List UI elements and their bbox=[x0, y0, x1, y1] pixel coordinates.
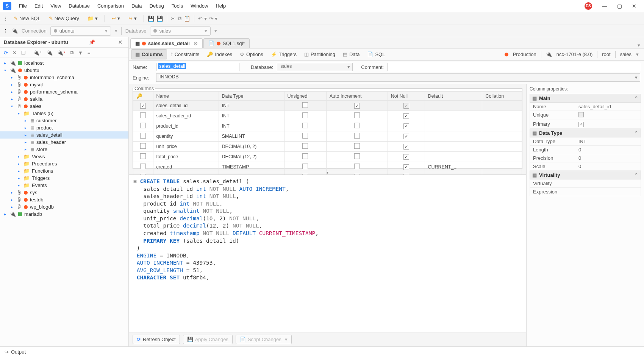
tree-node[interactable]: ▸▦sales_header bbox=[0, 139, 128, 146]
sql-preview[interactable]: ⊟ CREATE TABLE sales.sales_detail ( sale… bbox=[129, 175, 526, 332]
save-all-icon[interactable]: 💾 bbox=[156, 16, 163, 22]
col-header[interactable]: Default bbox=[425, 92, 482, 101]
menu-comparison[interactable]: Comparison bbox=[94, 2, 128, 10]
column-row[interactable]: unit_priceDECIMAL(10, 2)✓ bbox=[133, 142, 522, 152]
delete-icon[interactable]: ✕ bbox=[13, 50, 17, 56]
tree-node[interactable]: ▸🛢wp_blogdb bbox=[0, 203, 128, 210]
save-icon[interactable]: 💾 bbox=[148, 16, 154, 22]
menu-file[interactable]: File bbox=[15, 2, 31, 10]
refresh-icon[interactable]: ⟳ bbox=[4, 50, 8, 56]
new-query-button[interactable]: ✎New Query bbox=[46, 14, 82, 23]
tablist-menu[interactable]: ▾ bbox=[634, 42, 644, 48]
subtab-triggers[interactable]: ⚡Triggers bbox=[267, 49, 300, 59]
paste-icon[interactable]: 📋 bbox=[184, 16, 190, 22]
tree-node[interactable]: ▸🛢mysql bbox=[0, 81, 128, 88]
tree-node[interactable]: ▸🛢information_schema bbox=[0, 74, 128, 81]
menu-database[interactable]: Database bbox=[65, 2, 94, 10]
prop-row[interactable]: Precision0 bbox=[530, 154, 641, 162]
col-header[interactable]: Not Null bbox=[388, 92, 425, 101]
open-button[interactable]: 📁▾ bbox=[84, 14, 101, 23]
new-conn-icon[interactable]: 🔌⁺ bbox=[33, 50, 42, 56]
window-icon[interactable]: ❐ bbox=[21, 50, 26, 56]
menu-window[interactable]: Window bbox=[187, 2, 212, 10]
close-panel-icon[interactable]: ✕ bbox=[116, 39, 125, 45]
editor-tab[interactable]: ▦sales.sales_detail⊗ bbox=[130, 38, 203, 48]
filter-icon[interactable]: ▼ bbox=[78, 50, 83, 56]
disconnect-icon[interactable]: 🔌ˣ bbox=[57, 50, 66, 56]
tree-node[interactable]: ▾🛢sales bbox=[0, 103, 128, 110]
tree-node[interactable]: ▸📁Procedures bbox=[0, 160, 128, 167]
column-row[interactable]: quantitySMALLINT✓ bbox=[133, 131, 522, 142]
tree-node[interactable]: ▾📁Tables (5) bbox=[0, 110, 128, 117]
prop-row[interactable]: Virtuality bbox=[530, 179, 641, 188]
editor-tab[interactable]: 📄SQL1.sql* bbox=[203, 38, 250, 48]
minimize-icon[interactable]: — bbox=[602, 3, 607, 9]
menu-tools[interactable]: Tools bbox=[168, 2, 187, 10]
prop-row[interactable]: Namesales_detail_id bbox=[530, 103, 641, 111]
copy-icon[interactable]: ⧉ bbox=[178, 15, 181, 22]
tree-node[interactable]: ▸🛢testdb bbox=[0, 196, 128, 203]
tree-node[interactable]: ▸📁Functions bbox=[0, 167, 128, 175]
prop-row[interactable]: Data TypeINT bbox=[530, 137, 641, 146]
back-button[interactable]: ↩▾ bbox=[109, 14, 123, 23]
prop-group[interactable]: ▦Data Type⌃ bbox=[530, 129, 641, 137]
tree-node[interactable]: ▸🛢sakila bbox=[0, 95, 128, 103]
close-icon[interactable]: ✕ bbox=[632, 3, 636, 9]
refresh-button[interactable]: ⟳Refresh Object bbox=[133, 335, 180, 344]
db-tree[interactable]: ▸🔌localhost▾🔌ubuntu▸🛢information_schema▸… bbox=[0, 58, 128, 346]
subtab-partitioning[interactable]: ◫Partitioning bbox=[300, 49, 339, 59]
column-row[interactable]: product_idINT✓ bbox=[133, 121, 522, 131]
menu-data[interactable]: Data bbox=[128, 2, 145, 10]
col-header[interactable]: Collation bbox=[482, 92, 522, 101]
col-header[interactable]: Unsigned bbox=[284, 92, 326, 101]
tool-icon[interactable]: 🔌 bbox=[47, 50, 53, 56]
tree-node[interactable]: ▸▦customer bbox=[0, 117, 128, 124]
output-icon[interactable]: ↪ bbox=[5, 349, 9, 355]
expand-icon[interactable]: ⋮ bbox=[3, 16, 8, 22]
prop-group[interactable]: ▦Virtuality⌃ bbox=[530, 171, 641, 179]
redo-icon[interactable]: ↷ ▾ bbox=[209, 16, 218, 22]
connection-combo[interactable]: ubuntu▾ bbox=[50, 27, 111, 36]
subtab-data[interactable]: ▤Data bbox=[339, 49, 363, 59]
menu-view[interactable]: View bbox=[47, 2, 65, 10]
subtab-sql[interactable]: 📄SQL bbox=[363, 49, 389, 59]
lang-badge[interactable]: ES bbox=[585, 2, 592, 10]
forward-button[interactable]: ↪▾ bbox=[125, 14, 140, 23]
comment-input[interactable] bbox=[388, 63, 640, 71]
new-sql-button[interactable]: ✎New SQL bbox=[11, 14, 44, 23]
subtab-constraints[interactable]: ⟟Constraints bbox=[167, 49, 203, 59]
undo-icon[interactable]: ↶ ▾ bbox=[198, 16, 207, 22]
tree-node[interactable]: ▸▦product bbox=[0, 124, 128, 131]
tree-node[interactable]: ▸📁Views bbox=[0, 153, 128, 160]
stack-icon[interactable]: ≡ bbox=[88, 50, 91, 56]
col-header[interactable]: Auto Increment bbox=[326, 92, 388, 101]
output-label[interactable]: Output bbox=[11, 349, 26, 355]
tree-node[interactable]: ▸📁Triggers bbox=[0, 175, 128, 182]
prop-row[interactable]: Primary✓ bbox=[530, 120, 641, 129]
prop-row[interactable]: Scale0 bbox=[530, 162, 641, 171]
subtab-indexes[interactable]: 🔑Indexes bbox=[203, 49, 236, 59]
tree-node[interactable]: ▸🔌localhost bbox=[0, 59, 128, 67]
subtab-columns[interactable]: ▦Columns bbox=[131, 49, 167, 59]
pin-icon[interactable]: 📌 bbox=[87, 39, 97, 45]
collapse-icon[interactable]: ⧉ bbox=[70, 50, 73, 56]
expand-icon[interactable]: ⋮ bbox=[3, 28, 8, 34]
engine-combo[interactable]: INNODB bbox=[156, 73, 640, 82]
apply-button[interactable]: 💾Apply Changes bbox=[183, 335, 233, 344]
prop-row[interactable]: Unique bbox=[530, 111, 641, 120]
tab-close-icon[interactable]: ⊗ bbox=[194, 41, 198, 46]
prop-row[interactable]: Length0 bbox=[530, 146, 641, 154]
cut-icon[interactable]: ✂ bbox=[171, 16, 175, 22]
maximize-icon[interactable]: ▢ bbox=[617, 3, 622, 9]
db-combo[interactable]: sales bbox=[277, 63, 353, 71]
col-header[interactable]: Name bbox=[153, 92, 219, 101]
tree-node[interactable]: ▸▦sales_detail bbox=[0, 131, 128, 139]
tree-node[interactable]: ▸🔌mariadb bbox=[0, 210, 128, 218]
name-input[interactable]: sales_detail bbox=[156, 63, 239, 71]
column-row[interactable]: ✓sales_detail_idINT✓✓ bbox=[133, 101, 522, 111]
prop-row[interactable]: Expression bbox=[530, 188, 641, 196]
column-row[interactable]: total_priceDECIMAL(12, 2)✓ bbox=[133, 152, 522, 162]
tree-node[interactable]: ▸📁Events bbox=[0, 182, 128, 189]
col-header[interactable]: Data Type bbox=[219, 92, 284, 101]
tree-node[interactable]: ▾🔌ubuntu bbox=[0, 67, 128, 74]
